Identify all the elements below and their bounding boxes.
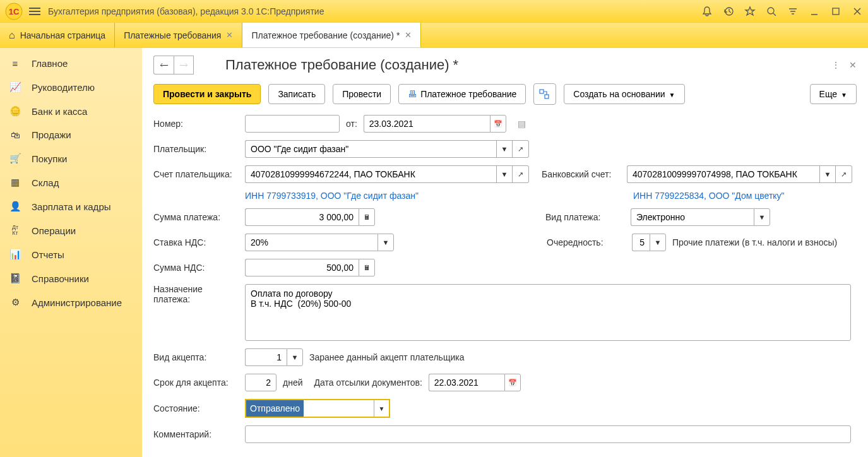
priority-label: Очередность:: [547, 237, 626, 247]
sidebar-label: Руководителю: [32, 82, 95, 93]
sidebar-item-reports[interactable]: 📊Отчеты: [0, 242, 142, 266]
toolbar: Провести и закрыть Записать Провести 🖶Пл…: [153, 83, 857, 105]
sidebar-item-hr[interactable]: 👤Зарплата и кадры: [0, 194, 142, 218]
sidebar-item-operations[interactable]: ДтКтОперации: [0, 218, 142, 242]
chevron-down-icon[interactable]: ▼: [650, 234, 666, 251]
svg-point-6: [768, 8, 774, 14]
vat-rate-label: Ставка НДС:: [153, 237, 239, 247]
payer-label: Плательщик:: [153, 144, 239, 154]
titlebar: 1С Бухгалтерия предприятия (базовая), ре…: [0, 0, 868, 23]
star-icon[interactable]: [744, 6, 756, 17]
save-button[interactable]: Записать: [268, 84, 325, 104]
search-icon[interactable]: [766, 6, 777, 17]
comment-input[interactable]: [245, 425, 851, 443]
chevron-down-icon[interactable]: ▼: [754, 208, 770, 226]
structure-button[interactable]: [533, 83, 556, 105]
calendar-icon[interactable]: 📅: [504, 374, 521, 391]
sidebar-item-refs[interactable]: 📓Справочники: [0, 266, 142, 290]
boxes-icon: ▦: [9, 177, 21, 188]
doc-icon[interactable]: ▤: [518, 119, 526, 129]
accept-term-input[interactable]: [245, 374, 276, 391]
history-icon[interactable]: [723, 6, 734, 17]
tab-home[interactable]: ⌂ Начальная страница: [0, 23, 115, 47]
minimize-icon[interactable]: [809, 6, 820, 17]
state-select[interactable]: Отправлено ▼: [245, 399, 390, 418]
chevron-down-icon[interactable]: ▼: [374, 400, 389, 417]
chevron-down-icon: ▼: [841, 92, 847, 98]
coin-icon: 🪙: [9, 105, 21, 117]
open-icon[interactable]: ↗: [836, 165, 852, 183]
open-icon[interactable]: ↗: [513, 165, 529, 183]
number-input[interactable]: [245, 115, 340, 133]
dtkt-icon: ДтКт: [9, 225, 21, 236]
accept-type-input[interactable]: [245, 348, 287, 366]
priority-input[interactable]: [632, 234, 650, 251]
calculator-icon[interactable]: 🖩: [359, 208, 375, 226]
maximize-icon[interactable]: [830, 6, 841, 17]
sidebar-item-sales[interactable]: 🛍Продажи: [0, 123, 142, 146]
sidebar-item-bank[interactable]: 🪙Банк и касса: [0, 99, 142, 123]
bag-icon: 🛍: [9, 129, 21, 140]
vat-sum-input[interactable]: [245, 259, 359, 276]
filter-icon[interactable]: [787, 6, 799, 17]
close-form-icon[interactable]: ✕: [849, 60, 857, 70]
payer-inn-link[interactable]: ИНН 7799733919, ООО "Где сидит фазан": [245, 191, 535, 201]
app-logo-icon: 1С: [5, 3, 23, 20]
close-icon[interactable]: [852, 6, 863, 17]
purpose-label: Назначение платежа:: [153, 284, 239, 304]
chevron-down-icon[interactable]: ▼: [819, 165, 836, 183]
sidebar-item-admin[interactable]: ⚙Администрирование: [0, 290, 142, 314]
sidebar-item-warehouse[interactable]: ▦Склад: [0, 170, 142, 194]
vat-rate-input[interactable]: [245, 234, 378, 251]
sidebar-item-manager[interactable]: 📈Руководителю: [0, 75, 142, 99]
chevron-down-icon[interactable]: ▼: [496, 140, 513, 158]
post-button[interactable]: Провести: [333, 84, 391, 104]
sidebar-item-purchases[interactable]: 🛒Покупки: [0, 146, 142, 170]
calendar-icon[interactable]: 📅: [490, 115, 506, 133]
more-button[interactable]: Еще▼: [810, 84, 857, 104]
sidebar-label: Операции: [32, 225, 76, 236]
pay-type-input[interactable]: [631, 208, 754, 226]
hamburger-icon[interactable]: [28, 6, 42, 17]
print-button[interactable]: 🖶Платежное требование: [398, 84, 526, 104]
own-inn-link[interactable]: ИНН 7799225834, ООО "Дом цветку": [633, 191, 785, 201]
nav-forward-button[interactable]: 🡒: [174, 56, 194, 74]
sidebar-label: Справочники: [32, 273, 89, 284]
tab-label: Платежные требования: [124, 30, 221, 40]
tab-payment-requests[interactable]: Платежные требования ✕: [115, 23, 242, 47]
chevron-down-icon[interactable]: ▼: [496, 165, 513, 183]
list-icon: ≡: [9, 58, 21, 69]
state-label: Состояние:: [153, 403, 239, 413]
purpose-textarea[interactable]: [245, 284, 851, 341]
book-icon: 📓: [9, 273, 21, 284]
post-and-close-button[interactable]: Провести и закрыть: [153, 84, 261, 104]
state-value: Отправлено: [246, 400, 304, 417]
close-tab-icon[interactable]: ✕: [226, 30, 233, 40]
page-title: Платежное требование (создание) *: [225, 57, 831, 73]
bank-account-input[interactable]: [627, 165, 819, 183]
create-based-on-button[interactable]: Создать на основании▼: [564, 84, 684, 104]
sum-input[interactable]: [245, 208, 359, 226]
send-date-input[interactable]: [429, 374, 504, 391]
sidebar-label: Отчеты: [32, 249, 64, 260]
close-tab-icon[interactable]: ✕: [405, 30, 412, 40]
chevron-down-icon[interactable]: ▼: [378, 234, 394, 251]
bell-icon[interactable]: [701, 6, 713, 17]
payer-input[interactable]: [245, 140, 496, 158]
kebab-icon[interactable]: ⋮: [831, 60, 840, 70]
svg-text:1С: 1С: [9, 7, 20, 16]
calculator-icon[interactable]: 🖩: [359, 259, 375, 276]
sidebar-label: Покупки: [32, 153, 67, 164]
sidebar-label: Банк и касса: [32, 106, 87, 117]
tab-label: Начальная страница: [20, 30, 105, 40]
payer-account-input[interactable]: [245, 165, 496, 183]
sidebar-label: Продажи: [32, 129, 71, 140]
open-icon[interactable]: ↗: [513, 140, 529, 158]
nav-back-button[interactable]: 🡐: [153, 56, 174, 74]
sidebar-label: Склад: [32, 177, 59, 188]
date-input[interactable]: [364, 115, 490, 133]
sidebar-item-main[interactable]: ≡Главное: [0, 52, 142, 75]
chevron-down-icon[interactable]: ▼: [287, 348, 303, 366]
tab-payment-request-create[interactable]: Платежное требование (создание) * ✕: [242, 23, 421, 47]
accept-type-label: Вид акцепта:: [153, 352, 239, 362]
